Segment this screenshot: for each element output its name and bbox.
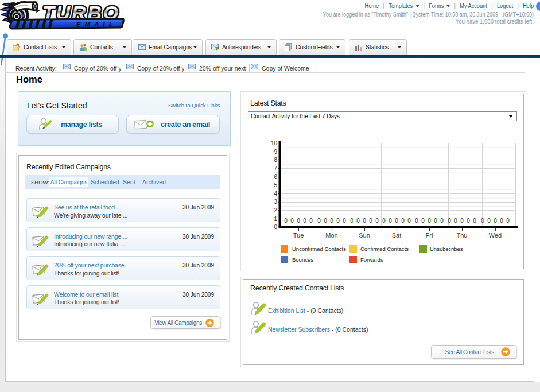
svg-text:Tue: Tue [293,232,304,239]
svg-text:0: 0 [473,218,476,224]
svg-text:0: 0 [494,218,497,224]
svg-text:0: 0 [481,218,484,224]
svg-text:0: 0 [375,218,379,224]
svg-text:EMAIL: EMAIL [76,21,117,28]
svg-text:0: 0 [369,218,372,224]
svg-text:0: 0 [274,224,277,230]
svg-text:2: 2 [274,207,277,214]
svg-text:0: 0 [415,218,418,224]
svg-text:1: 1 [274,216,277,222]
svg-text:0: 0 [297,218,300,224]
svg-text:Sun: Sun [359,232,370,239]
svg-text:0: 0 [382,218,386,224]
svg-text:0: 0 [336,218,340,224]
svg-text:0: 0 [290,218,294,224]
svg-text:9: 9 [274,149,277,155]
svg-text:0: 0 [309,218,313,224]
svg-text:0: 0 [284,218,288,224]
svg-text:0: 0 [460,218,464,224]
svg-text:0: 0 [487,218,491,224]
svg-text:8: 8 [274,157,277,163]
svg-text:6: 6 [274,174,277,180]
svg-text:0: 0 [317,218,321,224]
svg-text:0: 0 [454,218,457,224]
svg-text:0: 0 [330,218,333,224]
svg-text:3: 3 [274,199,277,205]
svg-text:Sat: Sat [392,232,402,239]
svg-text:0: 0 [401,218,405,224]
svg-text:0: 0 [356,218,360,224]
svg-text:Fri: Fri [426,232,433,239]
svg-text:0: 0 [448,218,451,224]
svg-text:0: 0 [324,218,327,224]
svg-text:0: 0 [506,218,510,224]
svg-text:7: 7 [274,165,277,172]
svg-text:0: 0 [343,218,346,224]
svg-text:0: 0 [500,218,503,224]
svg-text:0: 0 [467,218,470,224]
svg-text:0: 0 [395,218,398,224]
svg-text:0: 0 [428,218,431,224]
svg-text:Mon: Mon [325,232,337,239]
svg-text:0: 0 [350,218,353,224]
svg-text:0: 0 [421,218,425,224]
svg-text:0: 0 [303,218,306,224]
svg-text:0: 0 [389,218,392,224]
svg-text:Thu: Thu [457,232,468,239]
svg-text:10: 10 [271,140,278,146]
svg-text:0: 0 [363,218,366,224]
svg-text:5: 5 [274,182,277,188]
svg-text:4: 4 [274,191,277,197]
svg-text:0: 0 [440,218,444,224]
svg-text:0: 0 [407,218,411,224]
svg-text:Wed: Wed [489,232,502,239]
svg-text:0: 0 [434,218,437,224]
